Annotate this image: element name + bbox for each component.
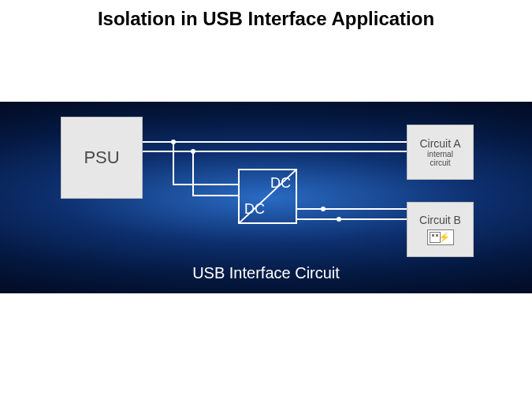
psu-label: PSU xyxy=(84,147,119,168)
dcdc-bottom-label: DC xyxy=(244,201,265,218)
circuit-b-title: Circuit B xyxy=(419,214,461,226)
circuit-a-sub2: circuit xyxy=(430,158,450,167)
wire-node xyxy=(321,207,326,211)
circuit-a-title: Circuit A xyxy=(419,137,460,150)
wire xyxy=(297,218,407,220)
diagram-caption: USB Interface Circuit xyxy=(0,264,532,282)
page-title: Isolation in USB Interface Application xyxy=(0,8,532,30)
circuit-b-block: Circuit B ⚡ xyxy=(407,202,474,257)
psu-block: PSU xyxy=(61,117,143,199)
circuit-a-block: Circuit A internal circuit xyxy=(407,125,474,180)
wire xyxy=(192,195,238,196)
wire-node xyxy=(337,217,341,222)
wire xyxy=(173,184,238,185)
wire xyxy=(297,208,407,210)
circuit-a-sub1: internal xyxy=(427,150,453,158)
lightning-icon: ⚡ xyxy=(438,232,450,243)
wire xyxy=(143,141,407,143)
wire xyxy=(192,151,194,196)
dcdc-block: DC DC xyxy=(238,169,297,224)
wire xyxy=(173,141,174,185)
wire xyxy=(143,151,407,152)
usb-port-icon: ⚡ xyxy=(427,229,454,245)
diagram-canvas: PSU DC DC Circuit A internal circuit Cir… xyxy=(0,102,532,293)
dcdc-top-label: DC xyxy=(270,175,291,192)
